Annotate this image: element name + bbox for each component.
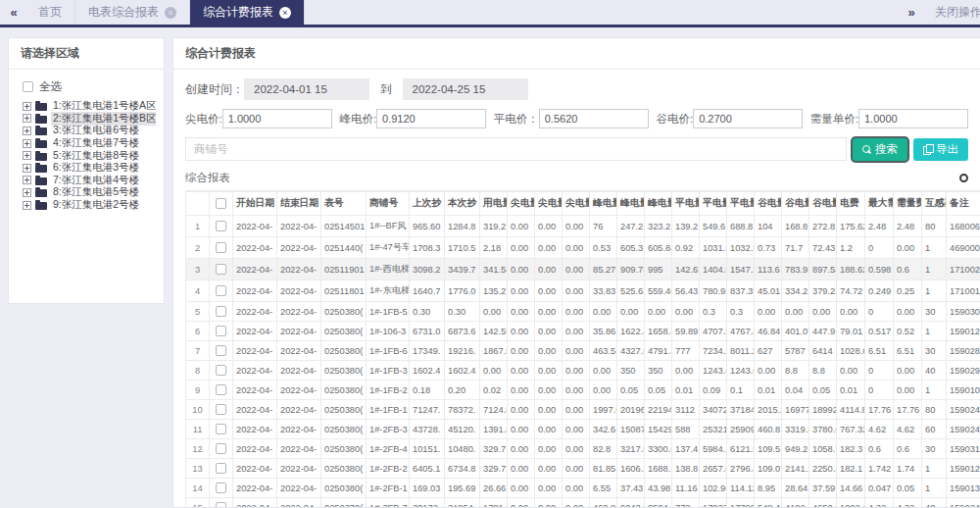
tree-item[interactable]: 6:张江集电港3号楼 [23,162,156,175]
table-cell: 342.6 [590,420,617,439]
tree-item[interactable]: 7:张江集电港4号楼 [23,175,156,187]
table-cell: 2022-04- [233,280,277,302]
table-cell: 4327.8 [617,341,645,361]
table-cell: 72.43 [809,237,837,259]
select-all-checkbox[interactable] [23,81,33,92]
table-cell: 0.00 [563,479,590,498]
table-cell: 30 [922,302,947,322]
row-checkbox[interactable] [216,306,226,317]
table-cell: 0.00 [535,459,563,479]
row-checkbox[interactable] [216,285,226,296]
row-checkbox[interactable] [216,345,226,356]
tree-item[interactable]: 1:张江集电港1号楼A区 [23,100,156,113]
row-checkbox-cell [210,216,233,237]
tab-close-icon[interactable]: × [165,7,176,19]
table-cell: 777 [672,341,700,361]
table-cell: 0.00 [590,361,617,381]
table-cell: 0.00 [563,381,590,400]
table-cell: 1031.3 [700,237,727,259]
expand-plus-icon[interactable] [23,114,31,123]
row-checkbox[interactable] [216,443,226,454]
table-cell: 1#-东电梯 [367,280,410,302]
table-cell: 45.01 [755,280,782,302]
tree-item[interactable]: 8:张江集电港5号楼 [23,186,156,199]
row-index: 5 [186,302,210,322]
row-checkbox[interactable] [216,365,226,376]
expand-plus-icon[interactable] [23,139,31,148]
table-cell: 4.32 [865,498,894,508]
row-checkbox[interactable] [216,424,226,434]
billing-report-panel: 综合计费报表 创建时间： 到 尖电价:峰电价:平电价：谷电价:需量单价: 搜索 … [172,37,980,508]
tab-close-icon[interactable]: × [279,7,291,19]
table-cell: 2796.4 [727,459,755,479]
tree-item[interactable]: 5:张江集电港8号楼 [23,149,156,162]
select-all-rows-checkbox[interactable] [216,198,226,209]
row-checkbox[interactable] [216,404,226,415]
scroll-tabs-right-icon[interactable]: » [898,5,923,20]
table-cell: 549.6 [700,216,727,237]
table-cell: 0.517 [865,322,894,341]
tab-2[interactable]: 电表综合报表× [75,0,190,25]
expand-plus-icon[interactable] [23,102,31,111]
table-cell: 0.047 [865,479,894,498]
row-checkbox[interactable] [216,483,226,493]
expand-plus-icon[interactable] [23,176,31,184]
table-cell: 0.00 [563,459,590,479]
table-cell: 6.55 [590,479,617,498]
row-checkbox[interactable] [216,242,226,253]
table-header-cell: 谷电量 [809,192,837,216]
row-checkbox[interactable] [216,221,226,231]
table-cell: 0.00 [672,361,700,381]
table-cell: 82.8 [590,439,617,459]
table-cell: 2141.2 [782,459,809,479]
row-checkbox[interactable] [216,384,226,395]
close-operations-menu[interactable]: 关闭操作 [935,4,980,21]
table-cell: 0250380( [321,302,367,322]
table-cell: 460.8 [755,420,782,439]
table-cell: 0.05 [894,479,922,498]
price-input[interactable] [539,109,649,128]
table-cell: 85.27 [590,259,617,280]
price-input[interactable] [376,109,486,128]
shop-number-input[interactable] [185,137,847,161]
table-cell: 0.00 [590,381,617,400]
expand-plus-icon[interactable] [23,188,31,197]
expand-plus-icon[interactable] [23,127,31,135]
row-checkbox[interactable] [216,326,226,336]
price-input[interactable] [858,109,968,128]
row-checkbox[interactable] [216,463,226,474]
table-cell: 1.2 [837,237,865,259]
select-all-row[interactable]: 全选 [23,79,156,94]
date-to-input[interactable] [403,78,528,100]
price-label: 尖电价: [185,112,222,127]
export-button[interactable]: 导出 [913,138,968,161]
expand-plus-icon[interactable] [23,164,31,173]
tree-item[interactable]: 4:张江集电港7号楼 [23,137,156,150]
table-cell: 1 [922,381,947,400]
table-row: 122022-04-2022-04-0250380(1#-2FB-410151.… [186,439,980,459]
tab-3[interactable]: 综合计费报表× [190,0,305,25]
price-input[interactable] [693,109,803,128]
row-checkbox[interactable] [216,502,226,508]
folder-icon [35,127,47,135]
tree-item[interactable]: 9:张江集电港2号楼 [23,199,156,212]
tree-item-label[interactable]: 9:张江集电港2号楼 [51,198,141,212]
tab-1[interactable]: 首页 [25,0,75,25]
table-cell: 28.64 [782,479,809,498]
table-cell: 2022-04- [277,237,321,259]
row-checkbox[interactable] [216,264,226,275]
expand-plus-icon[interactable] [23,151,31,160]
table-cell: 0.00 [508,381,535,400]
table-cell: 1#-47号车 [367,237,410,259]
tree-item[interactable]: 2:张江集电港1号楼B区 [23,113,156,126]
search-button[interactable]: 搜索 [853,138,907,161]
gear-icon[interactable] [959,174,968,182]
price-input[interactable] [222,109,332,128]
tree-item[interactable]: 3:张江集电港6号楼 [23,125,156,137]
date-from-input[interactable] [244,78,369,100]
scroll-tabs-left-icon[interactable]: « [0,0,25,25]
table-cell: 0 [865,237,894,259]
expand-plus-icon[interactable] [23,201,31,210]
table-cell: 109.5 [755,439,782,459]
table-title: 综合报表 [185,171,230,185]
